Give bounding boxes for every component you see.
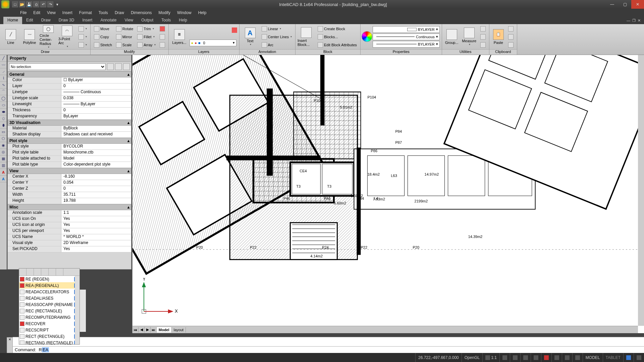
property-row[interactable]: Set PICKADDYes	[8, 246, 131, 252]
tool-icon[interactable]: ▥	[0, 162, 7, 169]
property-row[interactable]: Visual style2D Wireframe	[8, 240, 131, 246]
command-panel-close-icon[interactable]: ✕	[7, 337, 13, 353]
move-button[interactable]: Move	[93, 25, 113, 33]
menu-file[interactable]: File	[17, 9, 30, 16]
menu-view[interactable]: View	[44, 9, 59, 16]
property-row[interactable]: TransparencyByLayer	[8, 114, 131, 120]
property-row[interactable]: MaterialByBlock	[8, 126, 131, 132]
property-section-header[interactable]: 3D Visualisation▴	[8, 120, 131, 126]
menu-window[interactable]: Window	[174, 9, 195, 16]
property-value[interactable]: 35.711	[61, 192, 131, 198]
prop-tool-icon[interactable]	[107, 63, 114, 70]
property-row[interactable]: Center Z0	[8, 186, 131, 192]
layer-tool-icon[interactable]	[226, 34, 231, 39]
property-value[interactable]: 1:1	[61, 210, 131, 216]
layer-tool-icon[interactable]	[220, 27, 225, 33]
erase-button[interactable]	[158, 25, 166, 33]
menu-edit[interactable]: Edit	[30, 9, 44, 16]
tab-nav-first-icon[interactable]: ⏮	[132, 327, 139, 333]
layer-tool-icon[interactable]	[214, 34, 219, 39]
qat-new-icon[interactable]: □	[12, 1, 18, 7]
create-block-button[interactable]: Create Block	[316, 25, 358, 33]
property-row[interactable]: Center Y0.054	[8, 180, 131, 186]
ac-tool-icon[interactable]	[26, 268, 34, 276]
status-scale[interactable]: 1:1	[482, 353, 499, 362]
insert-block-button[interactable]: Insert Block...	[298, 25, 315, 49]
property-row[interactable]: UCS icon at originYes	[8, 222, 131, 228]
property-section-header[interactable]: General▴	[8, 71, 131, 77]
mdi-close-icon[interactable]: ✕	[638, 18, 641, 23]
tab-help[interactable]: Help	[175, 17, 191, 24]
layer-tool-icon[interactable]	[202, 34, 207, 39]
property-section-header[interactable]: View▴	[8, 168, 131, 174]
layer-tool-icon[interactable]	[220, 34, 225, 39]
status-model[interactable]: MODEL	[583, 353, 603, 362]
util-small-2[interactable]	[479, 33, 487, 41]
measure-button[interactable]: Measure▾	[461, 25, 478, 49]
qat-open-icon[interactable]: 📂	[19, 1, 25, 7]
status-toggle[interactable]	[634, 353, 644, 362]
stretch-button[interactable]: Stretch	[93, 41, 113, 49]
qat-more-icon[interactable]: ▾	[54, 1, 60, 7]
tool-icon[interactable]: A	[0, 176, 7, 182]
ac-tool-icon[interactable]	[34, 268, 41, 276]
tool-icon[interactable]: ◯	[0, 95, 7, 102]
layer-tool-icon[interactable]	[214, 27, 219, 33]
arc-button[interactable]: ◠3-Point Arc▾	[58, 25, 76, 49]
copy-button[interactable]: Copy	[93, 33, 113, 41]
autocomplete-item[interactable]: RECOMPUTEDRAWING?	[19, 314, 79, 320]
property-value[interactable]: 2D Wireframe	[61, 240, 131, 246]
command-line[interactable]: Command: REA	[13, 346, 644, 353]
autocomplete-item[interactable]: RECTANG (RECTANGLE)?	[19, 340, 79, 344]
linetype-select[interactable]: Continuous▾	[373, 34, 440, 40]
layer-tool-icon[interactable]	[232, 34, 237, 39]
tool-icon[interactable]: ∿	[0, 82, 7, 88]
property-value[interactable]: Yes	[61, 216, 131, 222]
layer-tool-icon[interactable]	[208, 27, 213, 33]
tab-edit[interactable]: Edit	[22, 17, 37, 24]
layers-button[interactable]: ≣Layers...	[171, 25, 188, 49]
status-toggle[interactable]	[541, 353, 551, 362]
tool-icon[interactable]: ⟋	[0, 68, 7, 75]
layer-tool-icon[interactable]	[232, 27, 237, 33]
status-toggle[interactable]	[572, 353, 583, 362]
property-value[interactable]: -8.160	[61, 174, 131, 180]
status-toggle[interactable]	[531, 353, 541, 362]
property-section-header[interactable]: Misc▴	[8, 204, 131, 210]
draw-small-2[interactable]: ▾	[77, 33, 88, 41]
property-value[interactable]: 0.054	[61, 180, 131, 186]
property-row[interactable]: Plot styleBYCOLOR	[8, 144, 131, 150]
property-value[interactable]: ———— Continuous	[61, 89, 131, 95]
property-row[interactable]: Thickness0	[8, 108, 131, 114]
tool-icon[interactable]: ╱	[0, 55, 7, 62]
property-value[interactable]: 0.038	[61, 96, 131, 101]
property-value[interactable]: ———— ByLayer	[61, 102, 131, 107]
tool-icon[interactable]: 〰	[0, 62, 7, 68]
qat-saveall-icon[interactable]: ⎙	[33, 1, 39, 7]
prop-tool-icon[interactable]	[115, 63, 122, 70]
property-value[interactable]: ByLayer	[61, 114, 131, 119]
clip-small-3[interactable]	[507, 41, 515, 49]
layer-tool-icon[interactable]	[202, 27, 207, 33]
rotate-button[interactable]: Rotate	[115, 25, 135, 33]
offset-button[interactable]	[158, 41, 166, 49]
property-value[interactable]: 0	[61, 83, 131, 89]
qat-save-icon[interactable]: 💾	[26, 1, 32, 7]
copy-clip-button[interactable]	[507, 33, 515, 41]
minimize-button[interactable]: —	[606, 0, 619, 9]
property-row[interactable]: Lineweight———— ByLayer	[8, 102, 131, 108]
cut-button[interactable]	[507, 25, 515, 33]
linear-dim-button[interactable]: Linear▾	[260, 25, 293, 33]
property-value[interactable]: Monochrome.ctb	[61, 150, 131, 156]
property-row[interactable]: UCS Name* WORLD *	[8, 234, 131, 240]
close-button[interactable]: ✕	[631, 0, 644, 9]
property-value[interactable]: Yes	[61, 246, 131, 252]
status-toggle[interactable]	[562, 353, 572, 362]
property-row[interactable]: Linetype———— Continuous	[8, 89, 131, 96]
qat-undo-icon[interactable]: ↶	[40, 1, 46, 7]
tool-icon[interactable]: ⬠	[0, 135, 7, 142]
polyline-button[interactable]: 〰Polyline	[21, 25, 38, 49]
layer-tool-icon[interactable]	[196, 27, 201, 33]
draw-small-3[interactable]: ▾	[77, 41, 88, 49]
tab-home[interactable]: Home	[3, 17, 22, 24]
